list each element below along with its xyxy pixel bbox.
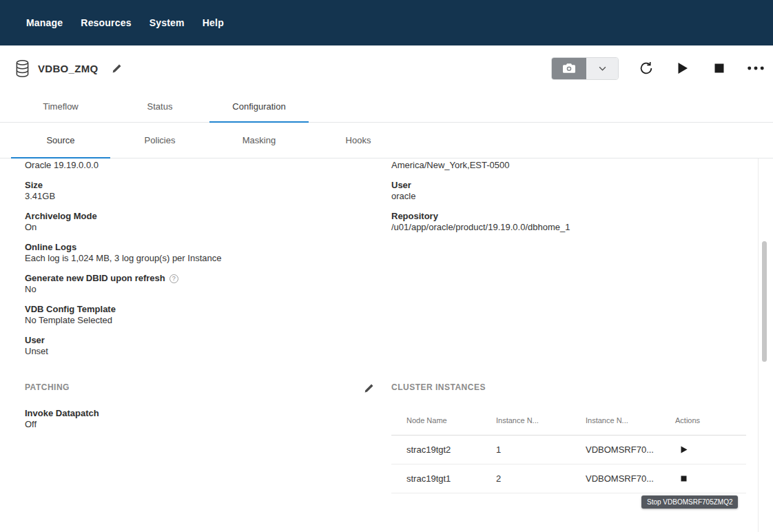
- col-actions: Actions: [675, 416, 746, 424]
- row-stop-icon[interactable]: [675, 475, 746, 482]
- page-title: VDBO_ZMQ: [38, 63, 98, 74]
- edit-title-icon[interactable]: [107, 59, 125, 77]
- col-node-name: Node Name: [406, 416, 496, 424]
- field-generate-dbid: Generate new DBID upon refresh ? No: [25, 273, 366, 295]
- stop-instance-tooltip: Stop VDBOMSRF705ZMQ2: [641, 495, 738, 509]
- nav-item-system[interactable]: System: [150, 17, 185, 28]
- col-instance-number: Instance N...: [496, 416, 586, 424]
- field-timezone: America/New_York,EST-0500: [391, 160, 750, 171]
- field-size: Size 3.41GB: [25, 180, 366, 202]
- patching-section: PATCHING Invoke Datapatch Off: [25, 382, 99, 439]
- table-row: strac19tgt1 2 VDBOMSRF70...: [391, 464, 746, 493]
- field-repository: Repository /u01/app/oracle/product/19.19…: [391, 211, 750, 233]
- user-left-value: Unset: [25, 346, 366, 357]
- source-details-right: America/New_York,EST-0500 User oracle Re…: [391, 160, 750, 242]
- snapshot-button[interactable]: [551, 57, 619, 80]
- database-icon: [15, 59, 30, 78]
- invoke-datapatch-value: Off: [25, 419, 99, 430]
- tab-configuration[interactable]: Configuration: [209, 91, 309, 122]
- tab-policies[interactable]: Policies: [110, 123, 209, 158]
- edit-patching-icon[interactable]: [360, 379, 378, 397]
- vdb-template-value: No Template Selected: [25, 315, 366, 326]
- camera-icon[interactable]: [552, 58, 586, 79]
- generate-dbid-value: No: [25, 284, 366, 295]
- row-start-icon[interactable]: [675, 446, 746, 453]
- tab-status[interactable]: Status: [110, 91, 209, 122]
- field-archivelog-mode: Archivelog Mode On: [25, 211, 366, 233]
- user-right-value: oracle: [391, 191, 750, 202]
- patching-title: PATCHING: [25, 382, 99, 392]
- field-oracle-version: Oracle 19.19.0.0.0: [25, 160, 366, 171]
- source-details-left: Oracle 19.19.0.0.0 Size 3.41GB Archivelo…: [25, 160, 366, 366]
- size-label: Size: [25, 180, 43, 191]
- repository-label: Repository: [391, 211, 438, 222]
- field-invoke-datapatch: Invoke Datapatch Off: [25, 408, 99, 430]
- cluster-instances-section: CLUSTER INSTANCES Node Name Instance N..…: [391, 382, 746, 493]
- invoke-datapatch-label: Invoke Datapatch: [25, 408, 99, 419]
- tab-hooks[interactable]: Hooks: [309, 123, 408, 158]
- field-user-left: User Unset: [25, 335, 366, 357]
- tab-source[interactable]: Source: [11, 123, 110, 158]
- repository-value: /u01/app/oracle/product/19.19.0.0/dbhome…: [391, 222, 750, 233]
- tab-timeflow[interactable]: Timeflow: [11, 91, 110, 122]
- oracle-version-value: Oracle 19.19.0.0.0: [25, 160, 366, 171]
- page-header: VDBO_ZMQ: [0, 45, 773, 91]
- online-logs-label: Online Logs: [25, 242, 76, 253]
- start-button[interactable]: [674, 59, 692, 77]
- cluster-instances-title: CLUSTER INSTANCES: [391, 382, 746, 392]
- header-toolbar: [551, 57, 765, 80]
- table-row: strac19tgt2 1 VDBOMSRF70...: [391, 436, 746, 464]
- primary-tabbar: Timeflow Status Configuration: [0, 91, 773, 123]
- nav-item-manage[interactable]: Manage: [26, 17, 63, 28]
- online-logs-value: Each log is 1,024 MB, 3 log group(s) per…: [25, 253, 366, 264]
- nav-item-resources[interactable]: Resources: [81, 17, 131, 28]
- chevron-down-icon[interactable]: [586, 58, 618, 79]
- timezone-value: America/New_York,EST-0500: [391, 160, 750, 171]
- generate-dbid-label: Generate new DBID upon refresh: [25, 273, 165, 284]
- refresh-button[interactable]: [637, 59, 655, 77]
- more-actions-icon[interactable]: [747, 59, 765, 77]
- field-online-logs: Online Logs Each log is 1,024 MB, 3 log …: [25, 242, 366, 264]
- user-left-label: User: [25, 335, 45, 346]
- help-icon[interactable]: ?: [169, 274, 178, 283]
- top-navigation: Manage Resources System Help: [0, 0, 773, 45]
- col-instance-name: Instance N...: [586, 416, 675, 424]
- field-vdb-config-template: VDB Config Template No Template Selected: [25, 304, 366, 326]
- nav-item-help[interactable]: Help: [203, 17, 224, 28]
- cell-instance-number: 1: [496, 444, 586, 455]
- scroll-area-divider: [758, 158, 759, 532]
- field-user-right: User oracle: [391, 180, 750, 202]
- cell-node-name: strac19tgt1: [406, 473, 496, 484]
- cell-instance-name: VDBOMSRF70...: [586, 444, 675, 455]
- cell-node-name: strac19tgt2: [406, 444, 496, 455]
- stop-button[interactable]: [710, 59, 728, 77]
- size-value: 3.41GB: [25, 191, 366, 202]
- archivelog-label: Archivelog Mode: [25, 211, 97, 222]
- archivelog-value: On: [25, 222, 366, 233]
- title-group: VDBO_ZMQ: [15, 59, 125, 78]
- secondary-tabbar: Source Policies Masking Hooks: [0, 123, 773, 158]
- cell-instance-name: VDBOMSRF70...: [586, 473, 675, 484]
- vdb-template-label: VDB Config Template: [25, 304, 116, 315]
- cell-instance-number: 2: [496, 473, 586, 484]
- cluster-instances-table: Node Name Instance N... Instance N... Ac…: [391, 405, 746, 493]
- vertical-scrollbar[interactable]: [762, 241, 767, 362]
- tab-masking[interactable]: Masking: [209, 123, 309, 158]
- table-header-row: Node Name Instance N... Instance N... Ac…: [391, 405, 746, 436]
- user-right-label: User: [391, 180, 411, 191]
- app-root: Manage Resources System Help VDBO_ZMQ: [0, 0, 773, 532]
